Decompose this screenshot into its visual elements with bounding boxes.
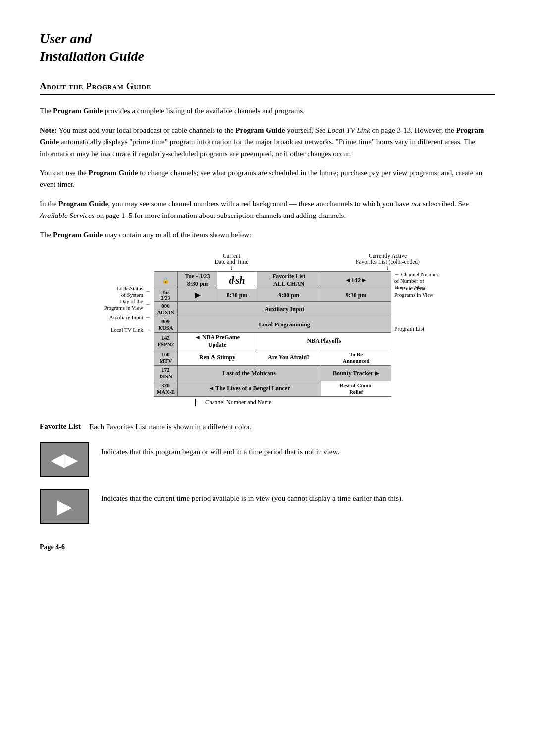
prog-172-bounty: Bounty Tracker ▶ — [321, 366, 391, 381]
paragraph-1: The Program Guide provides a complete li… — [40, 106, 495, 117]
program-list-label: Program List — [394, 326, 424, 333]
channel-number-name-label: — Channel Number and Name — [193, 399, 391, 406]
fav-list-cell: Favorite List ALL CHAN — [257, 272, 321, 289]
top-label-active: Currently Active — [324, 253, 451, 259]
day-cell: Tue3/23 — [154, 289, 178, 302]
paragraph-2: Note: You must add your local broadcast … — [40, 125, 495, 160]
ch-num-320: 320MAX-E — [154, 381, 178, 396]
prog-320-bengal: ◄ The Lives of a Bengal Lancer — [178, 381, 321, 396]
favorite-list-description: Each Favorites List name is shown in a d… — [89, 421, 495, 432]
program-guide-diagram: Current Date and Time ↓ Currently Active… — [84, 253, 451, 406]
ch-num-172: 172DISN — [154, 366, 178, 381]
ch-num-009: 009KUSA — [154, 317, 178, 332]
prog-160-ren: Ren & Stimpy — [178, 350, 257, 365]
icon-row-1: ◀▶ Indicates that this program began or … — [40, 442, 495, 477]
left-annotations: LocksStatusof System → Day of theProgram… — [84, 271, 154, 337]
auxiliary-input-label: Auxiliary Input — [109, 314, 143, 321]
icon-2-description: Indicates that the current time period a… — [101, 489, 495, 504]
top-label-current: Current — [168, 253, 295, 259]
channel-nav-cell: ◄142► — [321, 272, 391, 289]
ch-num-142: 142ESPN2 — [154, 332, 178, 350]
prog-160-tba: To BeAnnounced — [321, 350, 391, 365]
icon-row-2: ▶ Indicates that the current time period… — [40, 489, 495, 524]
play-arrow-icon: ▶ — [40, 489, 89, 524]
prog-000-auxiliary: Auxiliary Input — [178, 302, 391, 317]
ch-num-000: 000AUXIN — [154, 302, 178, 317]
guide-table-area: 🔒 Tue - 3/23 8:30 pm d·sh Favorite List … — [154, 271, 391, 406]
time-of-programs-label: ← Time of thePrograms in View — [394, 285, 433, 298]
ch-num-160: 160MTV — [154, 350, 178, 365]
day-of-programs-label: Day of thePrograms in View — [104, 298, 143, 311]
channel-row-142: 142ESPN2 ◄ NBA PreGameUpdate NBA Playoff… — [154, 332, 391, 350]
guide-table: 🔒 Tue - 3/23 8:30 pm d·sh Favorite List … — [154, 271, 391, 397]
play-icon-cell: ▶ — [178, 289, 217, 302]
header-date-cell: Tue - 3/23 8:30 pm — [178, 272, 217, 289]
prog-160-afraid: Are You Afraid? — [257, 350, 321, 365]
page-number: Page 4-6 — [40, 543, 495, 551]
section-heading: About the Program Guide — [40, 81, 495, 95]
time-header-row: Tue3/23 ▶ 8:30 pm 9:00 pm 9:30 pm — [154, 289, 391, 302]
paragraph-5: The Program Guide may contain any or all… — [40, 229, 495, 241]
locks-status-label: LocksStatusof System — [116, 285, 143, 298]
right-annotations: ← Channel Numberof Number ofHours to Ski… — [391, 271, 451, 337]
prog-142-playoffs: NBA Playoffs — [257, 332, 391, 350]
favorite-list-heading: Favorite List — [40, 422, 81, 430]
time-cell-3: 9:30 pm — [321, 289, 391, 302]
channel-row-320: 320MAX-E ◄ The Lives of a Bengal Lancer … — [154, 381, 391, 396]
local-tv-link-label: Local TV Link — [110, 327, 143, 333]
lock-icon-cell: 🔒 — [154, 272, 178, 289]
prog-172-mohicans: Last of the Mohicans — [178, 366, 321, 381]
dish-logo-cell: d·sh — [217, 272, 257, 289]
channel-row-000: 000AUXIN Auxiliary Input — [154, 302, 391, 317]
icon-1-description: Indicates that this program began or wil… — [101, 442, 495, 458]
paragraph-4: In the Program Guide, you may see some c… — [40, 198, 495, 221]
left-right-arrows-icon: ◀▶ — [40, 442, 89, 477]
guide-header-row: 🔒 Tue - 3/23 8:30 pm d·sh Favorite List … — [154, 272, 391, 289]
prog-320-comic: Best of ComicRelief — [321, 381, 391, 396]
time-cell-1: 8:30 pm — [217, 289, 257, 302]
prog-009-local: Local Programming — [178, 317, 391, 332]
prog-142-pregame: ◄ NBA PreGameUpdate — [178, 332, 257, 350]
time-cell-2: 9:00 pm — [257, 289, 321, 302]
channel-row-009: 009KUSA Local Programming — [154, 317, 391, 332]
paragraph-3: You can use the Program Guide to change … — [40, 167, 495, 191]
channel-row-172: 172DISN Last of the Mohicans Bounty Trac… — [154, 366, 391, 381]
channel-row-160: 160MTV Ren & Stimpy Are You Afraid? To B… — [154, 350, 391, 365]
page-title: User and Installation Guide — [40, 30, 495, 66]
favorite-list-section: Favorite List Each Favorites List name i… — [40, 421, 495, 524]
